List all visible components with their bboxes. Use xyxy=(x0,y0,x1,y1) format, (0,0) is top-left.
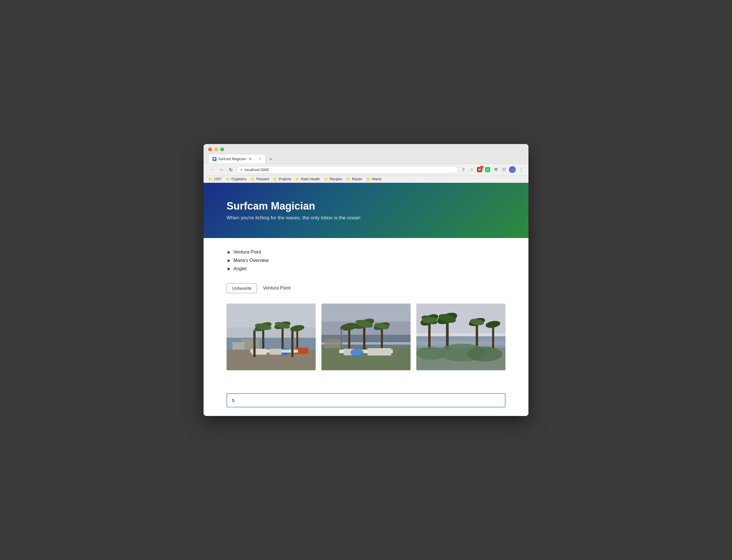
bottom-input-section xyxy=(204,393,528,416)
main-content: ★ Ventura Point ★ Maria's Overview ★ Ang… xyxy=(204,238,528,394)
bookmarks-bar: 📁 1337 📁 Cryptobro 📁 Peasant 📁 Projects … xyxy=(204,176,528,183)
title-bar: Surfcam Magician - Ventura P... × + xyxy=(204,144,528,164)
address-bar: ● xyxy=(237,166,458,173)
svg-point-38 xyxy=(350,348,363,357)
nav-bar: ← → ↻ ● ⇧ ☆ M 1 ✏ ⚒ ☷ ⋮ xyxy=(204,164,528,176)
bookmark-label: Projects xyxy=(279,177,291,181)
webcam-grid xyxy=(227,304,505,371)
svg-rect-54 xyxy=(492,325,494,349)
bookmark-label: Peasant xyxy=(256,177,269,181)
bookmark-star-icon[interactable]: ☆ xyxy=(469,167,474,172)
webcam-image-3[interactable] xyxy=(416,304,505,371)
bookmark-recipes[interactable]: 📁 Recipes xyxy=(324,177,342,181)
svg-rect-48 xyxy=(446,320,449,350)
bookmark-wants[interactable]: 📁 Wants xyxy=(366,177,382,181)
bookmark-rando[interactable]: 📁 Rando xyxy=(346,177,362,181)
lock-icon: ● xyxy=(240,168,242,172)
webcam-image-1[interactable] xyxy=(227,304,316,371)
svg-rect-33 xyxy=(339,329,343,331)
new-tab-button[interactable]: + xyxy=(266,155,275,164)
extension-icon-1[interactable]: M 1 xyxy=(477,167,482,172)
bookmark-peasant[interactable]: 📁 Peasant xyxy=(250,177,269,181)
close-button[interactable] xyxy=(208,147,212,151)
user-avatar[interactable] xyxy=(509,166,516,173)
minimize-button[interactable] xyxy=(214,147,218,151)
bookmark-label: Recipes xyxy=(330,177,342,181)
address-input[interactable] xyxy=(245,168,454,172)
menu-icon[interactable]: ⋮ xyxy=(518,167,524,172)
svg-rect-32 xyxy=(341,330,342,352)
svg-rect-10 xyxy=(296,329,298,350)
puzzle-icon[interactable]: ⚒ xyxy=(493,167,499,172)
back-button[interactable]: ← xyxy=(208,166,215,173)
maximize-button[interactable] xyxy=(220,147,224,151)
toolbar-icons: ⇧ ☆ M 1 ✏ ⚒ ☷ ⋮ xyxy=(461,166,524,173)
svg-rect-44 xyxy=(428,321,430,350)
svg-point-58 xyxy=(416,347,446,360)
bookmark-projects[interactable]: 📁 Projects xyxy=(273,177,291,181)
favorite-name: Ventura Point xyxy=(233,250,261,255)
tab-favicon xyxy=(212,157,216,161)
bookmark-label: Wants xyxy=(372,177,382,181)
action-section: Unfavorite Ventura Point xyxy=(227,283,505,293)
folder-icon: 📁 xyxy=(273,177,277,181)
bookmark-label: Rando xyxy=(352,177,362,181)
star-icon: ★ xyxy=(227,250,231,255)
svg-rect-27 xyxy=(348,327,350,350)
favorites-list: ★ Ventura Point ★ Maria's Overview ★ Ang… xyxy=(227,250,505,272)
bookmark-label: 1337 xyxy=(214,177,222,181)
svg-rect-13 xyxy=(233,342,244,350)
extension-icon-2[interactable]: ✏ xyxy=(485,167,490,172)
svg-rect-24 xyxy=(363,324,365,350)
tab-close-button[interactable]: × xyxy=(259,157,261,161)
hero-banner: Surfcam Magician When you're itching for… xyxy=(204,183,528,238)
folder-icon: 📁 xyxy=(295,177,300,181)
bookmark-1337[interactable]: 📁 1337 xyxy=(208,177,222,181)
search-input[interactable] xyxy=(227,393,505,407)
share-icon[interactable]: ⇧ xyxy=(461,167,466,172)
hero-title: Surfcam Magician xyxy=(227,200,505,212)
svg-rect-36 xyxy=(367,348,391,356)
browser-window: Surfcam Magician - Ventura P... × + ← → … xyxy=(204,144,528,416)
tab-bar: Surfcam Magician - Ventura P... × + xyxy=(208,154,524,164)
selected-location: Ventura Point xyxy=(263,285,290,291)
favorite-item-2[interactable]: ★ Maria's Overview xyxy=(227,258,505,263)
forward-button[interactable]: → xyxy=(218,166,225,173)
svg-rect-4 xyxy=(262,327,264,350)
folder-icon: 📁 xyxy=(366,177,371,181)
notification-badge: 1 xyxy=(480,166,484,169)
page-content: Surfcam Magician When you're itching for… xyxy=(204,183,528,416)
active-tab[interactable]: Surfcam Magician - Ventura P... × xyxy=(208,154,266,164)
svg-point-57 xyxy=(467,347,503,362)
window-controls xyxy=(208,147,524,151)
svg-rect-18 xyxy=(270,349,281,355)
bookmark-label: Ratio Health xyxy=(301,177,320,181)
svg-rect-7 xyxy=(281,326,283,350)
favorite-name: Maria's Overview xyxy=(233,258,269,263)
webcam-image-2[interactable] xyxy=(321,304,411,371)
svg-rect-29 xyxy=(381,327,383,350)
bookmark-label: Cryptobro xyxy=(231,177,247,181)
folder-icon: 📁 xyxy=(250,177,255,181)
bookmark-cryptobro[interactable]: 📁 Cryptobro xyxy=(226,177,247,181)
folder-icon: 📁 xyxy=(346,177,351,181)
favorite-item-1[interactable]: ★ Ventura Point xyxy=(227,250,505,255)
svg-rect-17 xyxy=(252,349,267,355)
favorite-item-3[interactable]: ★ Anglet xyxy=(227,266,505,272)
sidebar-icon[interactable]: ☷ xyxy=(501,167,507,172)
favorite-name: Anglet xyxy=(233,266,246,271)
star-icon: ★ xyxy=(227,266,231,272)
svg-rect-20 xyxy=(321,304,411,321)
tab-title: Surfcam Magician - Ventura P... xyxy=(218,157,256,161)
folder-icon: 📁 xyxy=(208,177,213,181)
bookmark-ratio-health[interactable]: 📁 Ratio Health xyxy=(295,177,320,181)
folder-icon: 📁 xyxy=(226,177,230,181)
unfavorite-button[interactable]: Unfavorite xyxy=(227,283,257,293)
folder-icon: 📁 xyxy=(324,177,329,181)
star-icon: ★ xyxy=(227,258,231,263)
hero-subtitle: When you're itching for the waves, the o… xyxy=(227,215,505,221)
reload-button[interactable]: ↻ xyxy=(228,166,234,173)
svg-rect-34 xyxy=(324,339,341,348)
